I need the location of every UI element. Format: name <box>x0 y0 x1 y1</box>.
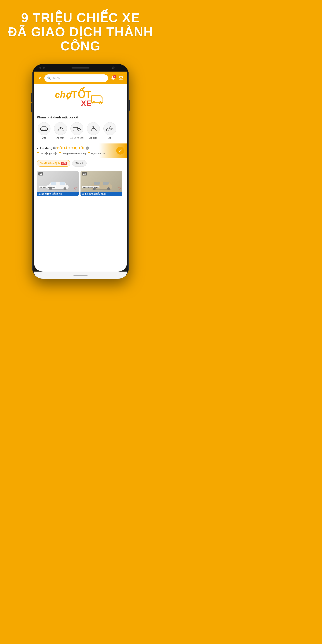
notification-button[interactable]: 6 <box>110 75 116 82</box>
listing-img-2: 12 ♡ SÀI GÒN AUTOMAX <box>80 171 122 192</box>
filter-tabs: Xe đã kiểm định MỚI Tất cả <box>34 158 127 169</box>
svg-point-7 <box>62 129 64 131</box>
svg-point-15 <box>110 128 110 129</box>
category-xedien[interactable]: Xe điện <box>86 122 100 139</box>
logo-truck-svg <box>90 92 106 106</box>
check-icon <box>118 148 122 153</box>
partner-title-prefix: Tin đăng từ <box>40 146 56 150</box>
logo-wrapper: chợ TỐT XE <box>55 90 106 107</box>
partner-badges: 🛡 Xe thật, giá thật 🛡 Sang tên nhanh chó… <box>37 152 124 155</box>
listing-card-1[interactable]: 12 ♡ SÀI GÒN AUTOMAX ĐÃ ĐƯỢC KIỂM <box>37 171 79 196</box>
svg-point-1 <box>93 102 95 104</box>
phone-dot2 <box>43 67 45 69</box>
svg-rect-8 <box>73 127 78 130</box>
category-xemay[interactable]: Xe máy <box>53 122 68 139</box>
filter-tab-verified-label: Xe đã kiểm định <box>40 162 60 165</box>
filter-tab-verified[interactable]: Xe đã kiểm định MỚI <box>37 160 70 166</box>
truck-icon <box>73 126 81 131</box>
category-oto-icon-wrap <box>38 122 50 135</box>
phone-top-bar <box>32 64 129 72</box>
phone-camera <box>112 66 114 69</box>
verified-bar-1: ĐÃ ĐƯỢC KIỂM ĐỊNH <box>37 192 79 196</box>
partner-title-highlight: ĐỐI TÁC CHỢ TỐT <box>57 146 84 150</box>
partner-tick: › <box>37 146 38 150</box>
listings-section: 12 ♡ SÀI GÒN AUTOMAX ĐÃ ĐƯỢC KIỂM <box>34 169 127 198</box>
categories-section: Khám phá danh mục Xe cộ <box>34 112 127 142</box>
partner-section: › Tin đăng từ ĐỐI TÁC CHỢ TỐT i 🛡 Xe thậ… <box>34 144 127 158</box>
svg-point-21 <box>64 187 66 190</box>
phone-bottom-bar <box>34 272 127 279</box>
search-placeholder: Xe cộ <box>52 76 60 80</box>
categories-title: Khám phá danh mục Xe cộ <box>37 116 124 119</box>
verified-bar-2: ĐÃ ĐƯỢC KIỂM ĐỊNH <box>80 192 122 196</box>
dealer-label-2: SÀI GÒN AUTOMAX <box>82 186 100 188</box>
partner-badge-label-1: Xe thật, giá thật <box>40 152 57 155</box>
verified-label-2: ĐÃ ĐƯỢC KIỂM ĐỊNH <box>85 193 106 195</box>
categories-row: Ô tô <box>37 122 124 139</box>
category-xe-other-label: Xe <box>108 136 111 139</box>
car-icon <box>40 126 48 131</box>
hero-background: 9 TRIỆU CHIẾC XE ĐÃ GIAO DỊCH THÀNH CÔNG… <box>0 0 161 322</box>
phone-screen: < 🔍 Xe cộ 6 <box>34 72 127 272</box>
search-bar[interactable]: 🔍 Xe cộ <box>44 74 108 82</box>
search-icon: 🔍 <box>47 76 51 80</box>
partner-badge-2: 🛡 Sang tên nhanh chóng <box>59 152 86 155</box>
category-xe-other-icon-wrap <box>104 122 116 135</box>
category-xedien-icon-wrap <box>87 122 100 135</box>
motorbike-icon <box>56 126 64 131</box>
message-button[interactable] <box>118 75 124 82</box>
shield-icon-1: 🛡 <box>37 152 40 155</box>
svg-point-2 <box>99 102 102 104</box>
phone-button-power <box>129 100 130 110</box>
svg-rect-26 <box>103 182 108 184</box>
car-listing-icon-2 <box>89 180 114 190</box>
listing-card-2[interactable]: 12 ♡ SÀI GÒN AUTOMAX ĐÃ ĐƯỢC KIỂM ĐỊNH <box>80 171 122 196</box>
message-icon <box>118 76 123 80</box>
heart-icon-2[interactable]: ♡ <box>118 186 121 191</box>
phone-button-vol-down <box>31 104 32 112</box>
category-xedien-label: Xe điện <box>90 136 98 139</box>
category-xetai[interactable]: Xe tải, xe ben <box>70 122 84 139</box>
notification-badge: 6 <box>113 75 116 78</box>
bicycle-icon <box>106 126 114 131</box>
phone-frame: < 🔍 Xe cộ 6 <box>32 64 129 279</box>
hero-text-block: 9 TRIỆU CHIẾC XE ĐÃ GIAO DỊCH THÀNH CÔNG <box>0 0 161 60</box>
logo-left: chợ TỐT XE <box>55 90 92 107</box>
hero-title-line1: 9 TRIỆU CHIẾC XE <box>7 11 154 25</box>
car-listing-icon-1 <box>45 180 70 190</box>
back-button[interactable]: < <box>37 75 42 81</box>
listing-photo-count-1: 12 <box>38 172 43 176</box>
hero-title: 9 TRIỆU CHIẾC XE ĐÃ GIAO DỊCH THÀNH CÔNG <box>7 11 154 53</box>
phone-button-vol-up <box>31 93 32 102</box>
logo-line2: XE <box>70 100 92 107</box>
phone-mockup: < 🔍 Xe cộ 6 <box>32 64 129 290</box>
filter-tab-all[interactable]: Tất cả <box>72 160 86 166</box>
category-xe-other[interactable]: Xe <box>103 122 117 139</box>
phone-dot1 <box>39 67 41 69</box>
svg-rect-25 <box>94 182 100 184</box>
svg-rect-0 <box>119 76 123 79</box>
category-xetai-label: Xe tải, xe ben <box>70 136 84 139</box>
partner-header: › Tin đăng từ ĐỐI TÁC CHỢ TỐT i <box>37 146 124 150</box>
hero-title-line2: ĐÃ GIAO DỊCH THÀNH CÔNG <box>7 25 154 53</box>
category-oto[interactable]: Ô tô <box>37 122 51 139</box>
phone-speaker <box>72 67 90 68</box>
logo-section: chợ TỐT XE <box>34 84 127 111</box>
verified-label-1: ĐÃ ĐƯỢC KIỂM ĐỊNH <box>42 193 62 195</box>
header-icons: 6 <box>110 75 124 82</box>
partner-badge-label-3: Người bán xá... <box>91 152 107 155</box>
listing-img-1: 12 ♡ SÀI GÒN AUTOMAX <box>37 171 79 192</box>
home-indicator <box>73 274 88 276</box>
partner-badge-3: 🛡 Người bán xá... <box>88 152 107 155</box>
listing-photo-count-2: 12 <box>82 172 87 176</box>
info-icon[interactable]: i <box>86 146 89 150</box>
verified-icon-2 <box>82 193 84 196</box>
category-xemay-icon-wrap <box>54 122 67 135</box>
category-oto-label: Ô tô <box>42 136 46 139</box>
shield-icon-2: 🛡 <box>59 152 62 155</box>
app-header: < 🔍 Xe cộ 6 <box>34 72 127 84</box>
heart-icon-1[interactable]: ♡ <box>74 186 77 191</box>
filter-tab-all-label: Tất cả <box>76 162 83 165</box>
logo-tot: TỐT <box>71 90 91 100</box>
listings-grid: 12 ♡ SÀI GÒN AUTOMAX ĐÃ ĐƯỢC KIỂM <box>37 171 124 196</box>
